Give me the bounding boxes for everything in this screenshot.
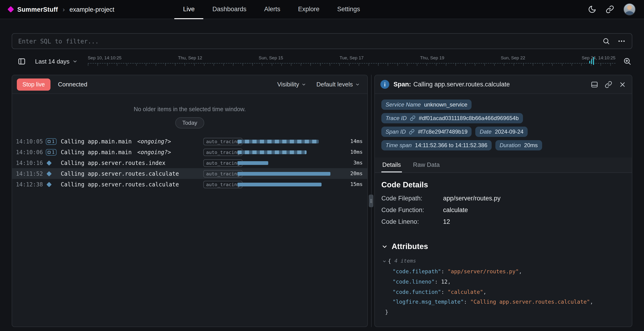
expand-panel-icon[interactable] xyxy=(591,80,598,88)
more-options-icon[interactable] xyxy=(617,37,626,45)
timeline-activity-spike xyxy=(593,57,594,65)
tab-settings[interactable]: Settings xyxy=(328,0,369,19)
badge-row: Trace ID #df01acad0311189c8b66a466d96965… xyxy=(381,113,625,123)
info-icon: i xyxy=(380,80,389,89)
default-levels-dropdown[interactable]: Default levels xyxy=(316,81,360,88)
tab-alerts[interactable]: Alerts xyxy=(256,0,289,19)
sql-filter-bar xyxy=(12,33,632,49)
tab-dashboards[interactable]: Dashboards xyxy=(204,0,256,19)
json-collapse-caret[interactable] xyxy=(382,260,386,264)
timeline-tick-label: Thu, Sep 12 xyxy=(178,55,202,60)
live-panel: Stop live Connected Visibility Default l… xyxy=(12,75,368,327)
top-nav: SummerStuff › example-project Live Dashb… xyxy=(0,0,644,19)
chevron-down-icon xyxy=(355,82,360,87)
trace-id-badge[interactable]: Trace ID #df01acad0311189c8b66a466d96965… xyxy=(381,113,523,123)
service-name-badge[interactable]: Service Name unknown_service xyxy=(381,100,472,110)
time-span-badge[interactable]: Time span 14:11:52.366 to 14:11:52.386 xyxy=(381,140,492,150)
badge-row: Time span 14:11:52.366 to 14:11:52.386 D… xyxy=(381,140,625,150)
span-duration-bar xyxy=(238,172,336,176)
attributes-section-toggle[interactable]: Attributes xyxy=(381,242,625,251)
detail-panel-header: i Span:Calling app.server.routes.calcula… xyxy=(375,75,632,94)
timeline-tick-label: Sun, Sep 22 xyxy=(501,55,525,60)
tab-explore[interactable]: Explore xyxy=(289,0,328,19)
log-duration: 3ms xyxy=(342,160,363,166)
log-rows-area: No older items in the selected time wind… xyxy=(12,94,367,326)
chevron-down-icon xyxy=(381,243,388,250)
divider-drag-handle[interactable]: ⣿ xyxy=(369,194,374,207)
log-duration: 10ms xyxy=(342,149,363,155)
badge-row: Span ID #f7c8e294f7489b19 Date 2024-09-2… xyxy=(381,126,625,137)
span-diamond-icon xyxy=(46,182,61,186)
kv-row: Code Function: calculate xyxy=(381,206,625,214)
detail-panel-body: Service Name unknown_service Trace ID #d… xyxy=(375,94,632,326)
tab-details[interactable]: Details xyxy=(381,158,402,172)
log-tag: auto_tracing xyxy=(203,181,238,188)
attributes-json-viewer: { 4 items "code.filepath": "app/server/r… xyxy=(381,256,625,318)
log-row[interactable]: 14:10:16 Calling app.server.routes.index… xyxy=(12,158,367,168)
link-icon[interactable] xyxy=(409,129,415,134)
close-icon[interactable] xyxy=(619,80,626,88)
square-glyph-icon xyxy=(48,151,50,154)
timeline-tick-label: Sun, Sep 15 xyxy=(259,55,283,60)
log-message: Calling app.server.routes.calculate xyxy=(61,170,203,177)
log-message: Calling app.server.routes.calculate xyxy=(61,181,203,188)
ongoing-indicator: <ongoing?> xyxy=(137,149,171,155)
span-count-icon: 1 xyxy=(46,149,61,155)
kv-label: Code Filepath: xyxy=(381,195,443,202)
breadcrumb-project[interactable]: example-project xyxy=(70,6,114,13)
copy-link-icon[interactable] xyxy=(605,80,612,88)
tab-live[interactable]: Live xyxy=(174,0,204,19)
log-row-selected[interactable]: 14:11:52 Calling app.server.routes.calcu… xyxy=(12,168,367,179)
ongoing-indicator: <ongoing?> xyxy=(137,138,171,144)
log-tag: auto_tracing xyxy=(203,160,238,166)
badge-row: Service Name unknown_service xyxy=(381,100,625,110)
duration-badge[interactable]: Duration 20ms xyxy=(496,140,542,150)
log-row[interactable]: 14:10:06 1 Calling app.main.main<ongoing… xyxy=(12,147,367,158)
json-entry: "code.lineno": 12, xyxy=(381,277,625,287)
log-timestamp: 14:11:52 xyxy=(16,170,46,177)
live-header-controls: Visibility Default levels xyxy=(277,81,363,88)
span-id-badge[interactable]: Span ID #f7c8e294f7489b19 xyxy=(381,126,472,137)
span-diamond-icon xyxy=(46,161,61,165)
date-badge[interactable]: Date 2024-09-24 xyxy=(476,126,528,137)
theme-toggle-moon-icon[interactable] xyxy=(588,5,596,14)
tab-raw-data[interactable]: Raw Data xyxy=(412,158,441,172)
log-row[interactable]: 14:10:05 1 Calling app.main.main<ongoing… xyxy=(12,136,367,147)
log-row[interactable]: 14:12:38 Calling app.server.routes.calcu… xyxy=(12,179,367,190)
log-message: Calling app.main.main<ongoing?> xyxy=(61,149,203,155)
share-link-icon[interactable] xyxy=(606,5,614,14)
search-icon[interactable] xyxy=(602,37,610,45)
log-duration: 14ms xyxy=(342,138,363,144)
brand-name[interactable]: SummerStuff xyxy=(17,6,58,13)
stop-live-button[interactable]: Stop live xyxy=(17,78,50,90)
span-detail-panel: i Span:Calling app.server.routes.calcula… xyxy=(374,75,632,327)
log-duration: 15ms xyxy=(342,181,363,187)
log-timestamp: 14:10:16 xyxy=(16,160,46,166)
sql-filter-input[interactable] xyxy=(18,38,595,44)
kv-label: Code Function: xyxy=(381,206,443,214)
span-diamond-icon xyxy=(46,172,61,176)
sidebar-toggle-icon[interactable] xyxy=(14,55,28,68)
span-count-icon: 1 xyxy=(46,138,61,144)
json-entry: "code.function": "calculate", xyxy=(381,287,625,297)
timeline-activity-spike xyxy=(591,59,592,64)
visibility-dropdown[interactable]: Visibility xyxy=(277,81,306,88)
zoom-in-icon[interactable] xyxy=(623,57,632,66)
time-range-label: Last 14 days xyxy=(35,58,70,65)
log-message: Calling app.main.main<ongoing?> xyxy=(61,138,203,144)
breadcrumb-separator: › xyxy=(62,6,65,13)
user-avatar[interactable] xyxy=(624,3,636,16)
span-duration-bar xyxy=(238,140,336,143)
json-entry: "code.filepath": "app/server/routes.py", xyxy=(381,267,625,277)
timeline-strip[interactable]: Sep 10, 14:10:25 Thu, Sep 12 Sun, Sep 15… xyxy=(88,53,616,69)
brand[interactable]: SummerStuff xyxy=(8,6,58,13)
kv-label: Code Lineno: xyxy=(381,218,443,225)
time-range-select[interactable]: Last 14 days xyxy=(35,58,77,65)
timeline-row: Last 14 days Sep 10, 14:10:25 Thu, Sep 1… xyxy=(12,53,632,69)
panels: Stop live Connected Visibility Default l… xyxy=(12,75,632,327)
timeline-tick-label: Sep 24, 14:10:25 xyxy=(582,55,616,60)
today-button[interactable]: Today xyxy=(175,117,204,128)
square-glyph-icon xyxy=(48,140,50,143)
link-icon[interactable] xyxy=(410,116,416,121)
kv-value: calculate xyxy=(443,206,468,214)
